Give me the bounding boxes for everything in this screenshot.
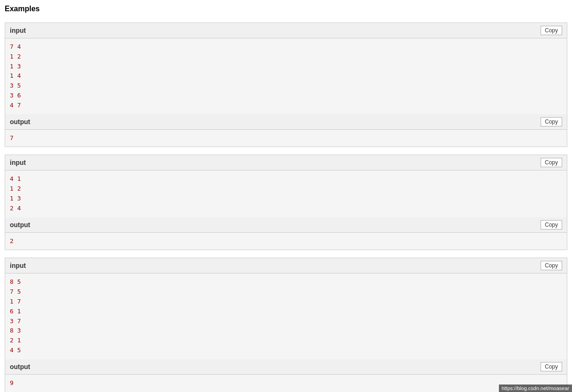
output-content-3: 9 bbox=[5, 375, 567, 392]
output-header-2: outputCopy bbox=[5, 217, 567, 233]
output-label-3: output bbox=[10, 363, 30, 370]
url-bar: https://blog.csdn.net/moasear bbox=[499, 385, 572, 392]
example-block-2: inputCopy4 11 21 32 4outputCopy2 bbox=[5, 155, 567, 250]
input-line: 3 5 bbox=[10, 81, 562, 91]
input-line: 7 4 bbox=[10, 42, 562, 52]
output-line: 7 bbox=[10, 133, 562, 143]
input-line: 8 5 bbox=[10, 277, 562, 287]
input-line: 8 3 bbox=[10, 326, 562, 336]
input-line: 1 3 bbox=[10, 194, 562, 204]
input-line: 3 7 bbox=[10, 317, 562, 326]
example-block-3: inputCopy8 57 51 76 13 78 32 14 5outputC… bbox=[5, 258, 567, 392]
input-copy-button-3[interactable]: Copy bbox=[541, 261, 562, 270]
output-copy-button-1[interactable]: Copy bbox=[541, 117, 562, 126]
output-line: 9 bbox=[10, 378, 562, 388]
input-content-3: 8 57 51 76 13 78 32 14 5 bbox=[5, 274, 567, 359]
input-label-2: input bbox=[10, 159, 26, 166]
input-line: 1 3 bbox=[10, 62, 562, 72]
input-line: 4 1 bbox=[10, 174, 562, 184]
output-copy-button-3[interactable]: Copy bbox=[541, 362, 562, 371]
input-line: 2 1 bbox=[10, 336, 562, 346]
input-content-1: 7 41 21 31 43 53 64 7 bbox=[5, 38, 567, 114]
input-line: 1 7 bbox=[10, 297, 562, 307]
output-label-1: output bbox=[10, 118, 30, 126]
input-content-2: 4 11 21 32 4 bbox=[5, 170, 567, 217]
input-copy-button-2[interactable]: Copy bbox=[541, 158, 562, 167]
input-line: 4 5 bbox=[10, 346, 562, 355]
input-label-3: input bbox=[10, 262, 26, 269]
output-line: 2 bbox=[10, 237, 562, 246]
input-line: 7 5 bbox=[10, 287, 562, 297]
output-content-2: 2 bbox=[5, 233, 567, 250]
output-content-1: 7 bbox=[5, 130, 567, 147]
input-line: 1 4 bbox=[10, 71, 562, 81]
input-copy-button-1[interactable]: Copy bbox=[541, 26, 562, 35]
input-header-2: inputCopy bbox=[5, 155, 567, 170]
input-line: 3 6 bbox=[10, 91, 562, 101]
input-line: 6 1 bbox=[10, 307, 562, 317]
output-label-2: output bbox=[10, 221, 30, 229]
input-header-3: inputCopy bbox=[5, 258, 567, 274]
input-header-1: inputCopy bbox=[5, 23, 567, 38]
output-header-1: outputCopy bbox=[5, 114, 567, 130]
input-line: 4 7 bbox=[10, 101, 562, 111]
input-label-1: input bbox=[10, 27, 26, 34]
input-line: 1 2 bbox=[10, 184, 562, 194]
page-title: Examples bbox=[0, 5, 572, 18]
output-header-3: outputCopy bbox=[5, 359, 567, 375]
output-copy-button-2[interactable]: Copy bbox=[541, 220, 562, 229]
example-block-1: inputCopy7 41 21 31 43 53 64 7outputCopy… bbox=[5, 22, 567, 147]
input-line: 2 4 bbox=[10, 204, 562, 214]
input-line: 1 2 bbox=[10, 52, 562, 62]
